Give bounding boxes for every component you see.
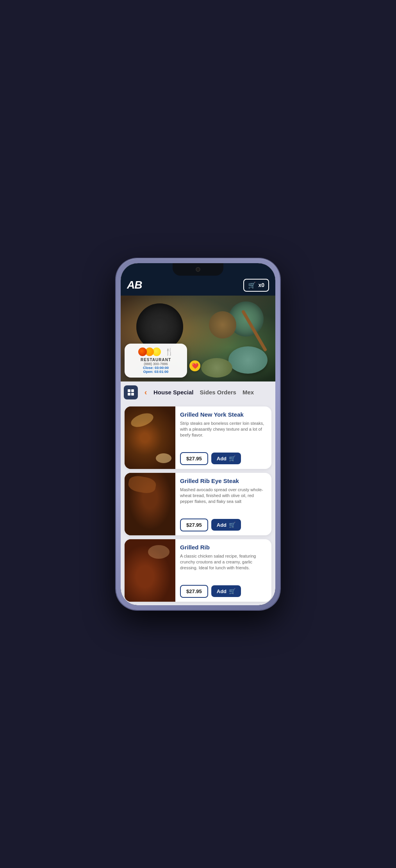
restaurant-card: 🍴 Restaurant (888) 300-7886 Close: 03:00… <box>125 344 187 378</box>
favorite-button[interactable]: ❤️ <box>189 360 200 371</box>
menu-card-content-3: Grilled Rib A classic chicken salad reci… <box>175 539 271 602</box>
menu-item-name-1: Grilled New York Steak <box>180 411 267 418</box>
menu-card-grilled-rib: Grilled Rib A classic chicken salad reci… <box>125 539 271 602</box>
menu-item-image-rib <box>125 539 175 602</box>
grid-cell-3 <box>128 393 130 396</box>
notch <box>173 263 223 276</box>
tab-mex[interactable]: Mex <box>243 388 254 396</box>
add-to-cart-button-3[interactable]: Add 🛒 <box>211 585 241 597</box>
menu-item-name-2: Grilled Rib Eye Steak <box>180 478 267 485</box>
menu-list: Grilled New York Steak Strip steaks are … <box>121 403 275 605</box>
category-tabs: House Special Sides Orders Mex <box>153 388 254 396</box>
camera <box>196 267 200 272</box>
menu-item-desc-1: Strip steaks are boneless center loin st… <box>180 421 267 448</box>
grid-view-button[interactable] <box>124 385 138 399</box>
logo-circle-red <box>138 348 147 356</box>
add-cart-icon-3: 🛒 <box>229 588 235 594</box>
menu-item-image-steak <box>125 406 175 469</box>
menu-card-content-2: Grilled Rib Eye Steak Mashed avocado spr… <box>175 473 271 535</box>
add-to-cart-button-1[interactable]: Add 🛒 <box>211 453 241 464</box>
grid-cell-4 <box>131 393 134 396</box>
cart-button[interactable]: 🛒 x0 <box>243 279 269 292</box>
cart-count: x0 <box>258 282 264 288</box>
nav-back-button[interactable]: ‹ <box>140 387 151 398</box>
menu-card-footer-2: $27.95 Add 🛒 <box>180 519 267 531</box>
add-cart-icon-2: 🛒 <box>229 522 235 528</box>
category-nav: ‹ House Special Sides Orders Mex <box>121 381 275 403</box>
logo-circles <box>138 348 161 356</box>
cart-icon: 🛒 <box>248 282 256 289</box>
menu-card-grilled-ribeye: Grilled Rib Eye Steak Mashed avocado spr… <box>125 473 271 535</box>
steak-image <box>125 406 175 469</box>
tab-house-special[interactable]: House Special <box>153 388 194 396</box>
menu-card-footer-3: $27.95 Add 🛒 <box>180 585 267 598</box>
restaurant-name: Restaurant <box>130 358 182 362</box>
price-button-1[interactable]: $27.95 <box>180 452 208 465</box>
phone-screen: AB 🛒 x0 <box>121 263 275 605</box>
restaurant-open-time: Open: 03:01:00 <box>130 370 182 374</box>
grid-cell-2 <box>131 389 134 392</box>
restaurant-close-time: Close: 03:00:00 <box>130 366 182 370</box>
tab-sides-orders[interactable]: Sides Orders <box>200 388 236 396</box>
menu-item-desc-3: A classic chicken salad recipe, featurin… <box>180 553 267 581</box>
menu-card-grilled-ny-steak: Grilled New York Steak Strip steaks are … <box>125 406 271 469</box>
menu-card-footer-1: $27.95 Add 🛒 <box>180 452 267 465</box>
app-logo: AB <box>127 279 142 291</box>
plate-visual <box>228 346 268 374</box>
restaurant-phone: (888) 300-7886 <box>130 362 182 366</box>
fork-knife-icon: 🍴 <box>165 348 173 356</box>
add-label-3: Add <box>217 588 227 594</box>
grill-visual <box>136 303 183 350</box>
menu-item-desc-2: Mashed avocado spread over crusty whole-… <box>180 487 267 515</box>
phone-frame: AB 🛒 x0 <box>116 258 280 610</box>
app-screen: AB 🛒 x0 <box>121 263 275 605</box>
bowl-visual <box>201 358 232 378</box>
rib-image <box>125 539 175 602</box>
add-label-1: Add <box>217 456 227 462</box>
menu-card-content-1: Grilled New York Steak Strip steaks are … <box>175 406 271 469</box>
price-button-3[interactable]: $27.95 <box>180 585 208 598</box>
grid-icon <box>128 389 134 396</box>
restaurant-logo: 🍴 <box>130 348 182 356</box>
add-label-2: Add <box>217 522 227 528</box>
menu-item-image-ribeye <box>125 473 175 535</box>
food-decoration-2 <box>209 311 236 339</box>
add-to-cart-button-2[interactable]: Add 🛒 <box>211 519 241 531</box>
hero-section: 🍴 Restaurant (888) 300-7886 Close: 03:00… <box>121 296 275 381</box>
price-button-2[interactable]: $27.95 <box>180 519 208 531</box>
grid-cell-1 <box>128 389 130 392</box>
add-cart-icon-1: 🛒 <box>229 455 235 462</box>
ribeye-image <box>125 473 175 535</box>
menu-item-name-3: Grilled Rib <box>180 544 267 551</box>
